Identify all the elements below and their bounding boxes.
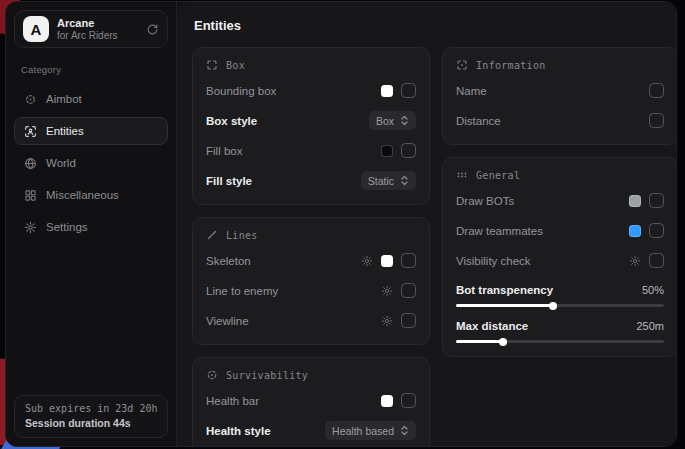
checkbox[interactable]	[401, 283, 416, 298]
refresh-icon[interactable]	[146, 23, 159, 36]
select-value: Static	[368, 175, 394, 187]
sidebar-item-label: Aimbot	[46, 93, 82, 105]
setting-row-line-to-enemy: Line to enemy	[206, 280, 416, 301]
setting-label: Viewline	[206, 315, 249, 327]
checkbox[interactable]	[401, 253, 416, 268]
gear-icon[interactable]	[361, 255, 373, 267]
globe-icon	[24, 157, 37, 170]
box-brackets-icon	[206, 59, 218, 71]
color-swatch[interactable]	[381, 395, 393, 407]
setting-row-box-style: Box style Box	[206, 110, 416, 131]
setting-label: Draw teammates	[456, 225, 543, 237]
person-scan-icon	[24, 125, 37, 138]
setting-row-name: Name	[456, 80, 664, 101]
setting-label: Bounding box	[206, 85, 276, 97]
slider-thumb[interactable]	[499, 338, 507, 346]
category-label: Category	[21, 64, 168, 75]
sub-expiry-text: Sub expires in 23d 20h	[25, 403, 157, 414]
app-subtitle: for Arc Riders	[57, 30, 138, 42]
gear-icon[interactable]	[381, 285, 393, 297]
setting-row-draw-teammates: Draw teammates	[456, 220, 664, 241]
session-duration-text: Session duration 44s	[25, 417, 157, 429]
setting-row-draw-bots: Draw BOTs	[456, 190, 664, 211]
sidebar-item-label: Entities	[46, 125, 84, 137]
main-panel: Entities Box Bounding box	[177, 2, 677, 446]
sidebar-item-world[interactable]: World	[14, 149, 168, 177]
setting-label: Box style	[206, 115, 257, 127]
subscription-info-card: Sub expires in 23d 20h Session duration …	[14, 395, 168, 438]
app-header-text: Arcane for Arc Riders	[57, 17, 138, 41]
sidebar-item-label: World	[46, 157, 76, 169]
setting-row-skeleton: Skeleton	[206, 250, 416, 271]
sidebar-item-label: Miscellaneous	[46, 189, 119, 201]
slider-thumb[interactable]	[549, 302, 557, 310]
checkbox[interactable]	[401, 143, 416, 158]
setting-label: Line to enemy	[206, 285, 278, 297]
card-survivability-header: Survivability	[206, 369, 416, 381]
slider-max-distance: Max distance 250m	[456, 317, 664, 343]
page-title: Entities	[194, 18, 677, 33]
app-header-card: A Arcane for Arc Riders	[14, 10, 168, 48]
health-style-select[interactable]: Health based	[325, 421, 416, 440]
sidebar-item-entities[interactable]: Entities	[14, 117, 168, 145]
card-box: Box Bounding box Box style Box	[192, 47, 430, 205]
checkbox[interactable]	[649, 193, 664, 208]
checkbox[interactable]	[649, 223, 664, 238]
card-box-header: Box	[206, 59, 416, 71]
select-value: Health based	[332, 425, 394, 437]
slider-fill	[456, 340, 502, 343]
info-scan-icon	[456, 59, 468, 71]
checkbox[interactable]	[401, 83, 416, 98]
checkbox[interactable]	[649, 83, 664, 98]
sidebar-item-miscellaneous[interactable]: Miscellaneous	[14, 181, 168, 209]
setting-row-health-style: Health style Health based	[206, 420, 416, 441]
setting-row-visibility-check: Visibility check	[456, 250, 664, 271]
box-style-select[interactable]: Box	[369, 111, 416, 130]
checkbox[interactable]	[649, 253, 664, 268]
setting-row-viewline: Viewline	[206, 310, 416, 331]
color-swatch[interactable]	[381, 85, 393, 97]
card-general: General Draw BOTs Draw teammates	[442, 157, 677, 357]
checkbox[interactable]	[401, 313, 416, 328]
card-information-header: Information	[456, 59, 664, 71]
setting-row-fill-box: Fill box	[206, 140, 416, 161]
setting-label: Health style	[206, 425, 271, 437]
checkbox[interactable]	[401, 393, 416, 408]
color-swatch[interactable]	[629, 225, 641, 237]
setting-label: Skeleton	[206, 255, 251, 267]
app-logo: A	[23, 16, 49, 42]
setting-row-distance: Distance	[456, 110, 664, 131]
gear-icon[interactable]	[381, 315, 393, 327]
slider-value: 250m	[636, 320, 664, 332]
slider-track[interactable]	[456, 340, 664, 343]
sidebar-item-label: Settings	[46, 221, 88, 233]
dots-grid-icon	[456, 169, 468, 181]
card-lines: Lines Skeleton	[192, 217, 430, 345]
fill-style-select[interactable]: Static	[361, 171, 416, 190]
color-swatch[interactable]	[629, 195, 641, 207]
color-swatch[interactable]	[381, 255, 393, 267]
setting-label: Distance	[456, 115, 501, 127]
setting-label: Fill box	[206, 145, 242, 157]
gear-icon[interactable]	[629, 255, 641, 267]
gear-icon	[24, 221, 37, 234]
layout-grid-icon	[24, 189, 37, 202]
setting-label: Health bar	[206, 395, 259, 407]
app-window: A Arcane for Arc Riders Category Aimbot	[5, 1, 677, 447]
color-swatch[interactable]	[381, 145, 393, 157]
card-title: Survivability	[226, 370, 308, 381]
slider-fill	[456, 304, 552, 307]
sidebar-item-settings[interactable]: Settings	[14, 213, 168, 241]
slider-track[interactable]	[456, 304, 664, 307]
card-title: Box	[226, 60, 245, 71]
setting-label: Visibility check	[456, 255, 531, 267]
scan-dot-icon	[206, 369, 218, 381]
slider-label: Bot transpenency	[456, 284, 553, 296]
card-title: Information	[476, 60, 546, 71]
checkbox[interactable]	[649, 113, 664, 128]
app-name: Arcane	[57, 17, 138, 30]
card-title: General	[476, 170, 520, 181]
sidebar-item-aimbot[interactable]: Aimbot	[14, 85, 168, 113]
slider-bot-transparency: Bot transpenency 50%	[456, 281, 664, 307]
card-lines-header: Lines	[206, 229, 416, 241]
